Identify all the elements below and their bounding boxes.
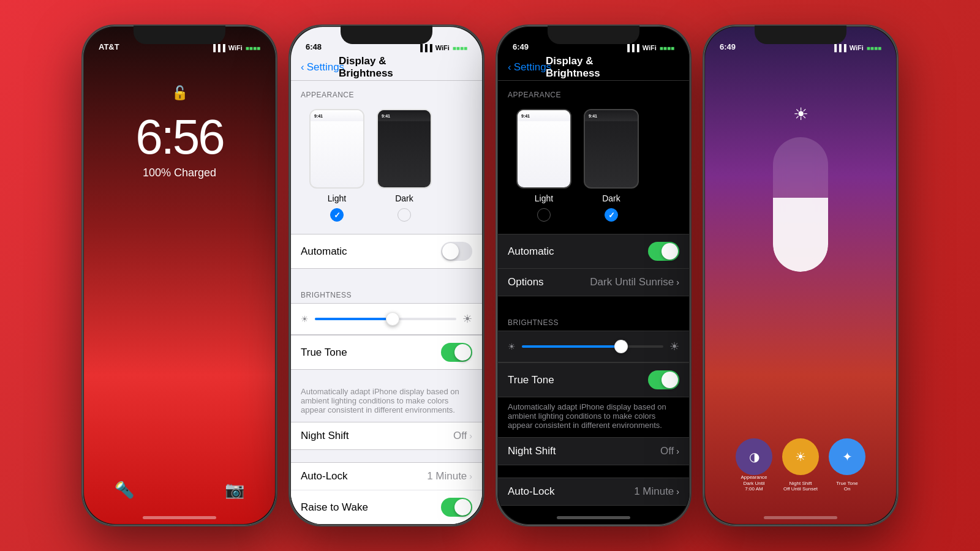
- thumb-status-light: 9:41: [311, 110, 363, 121]
- time-label-4: 6:49: [720, 42, 736, 51]
- raise-toggle-2[interactable]: [441, 498, 472, 517]
- slider-thumb-2[interactable]: [386, 312, 399, 326]
- nightshift-chevron-3: ›: [676, 446, 679, 456]
- autolock-value-2: 1 Minute ›: [427, 470, 472, 482]
- automatic-toggle-3[interactable]: [648, 242, 679, 261]
- sun-large-3: ☀: [669, 340, 679, 353]
- truetone-btn-wrap: ✦ True ToneOn: [829, 438, 865, 475]
- options-chevron-3: ›: [676, 277, 679, 287]
- nightshift-row-2[interactable]: Night Shift Off ›: [291, 422, 482, 449]
- slider-track-2: [315, 318, 456, 320]
- brightness-header-2: BRIGHTNESS: [291, 281, 482, 303]
- options-row-3[interactable]: Options Dark Until Sunrise ›: [498, 269, 689, 296]
- appearance-header-2: APPEARANCE: [291, 81, 482, 103]
- automatic-label-3: Automatic: [508, 246, 554, 258]
- brightness-row-3: ☀ ☀: [498, 331, 689, 362]
- signal-3: ▐▐▐: [625, 44, 639, 51]
- phone-3: 6:49 ▐▐▐ WiFi ■■■■ ‹ Settings Display & …: [496, 24, 692, 527]
- thumb-status-light3: 9:41: [518, 110, 570, 121]
- flashlight-icon: 🔦: [115, 481, 134, 500]
- dark-option-2[interactable]: 9:41 Dark: [377, 109, 432, 222]
- truetone-desc-3: Automatically adapt iPhone display based…: [498, 397, 689, 437]
- light-option-2[interactable]: 9:41 Light: [309, 109, 364, 222]
- nightshift-btn-wrap: ☀ Night ShiftOff Until Sunset: [782, 438, 819, 475]
- appearance-ctrl-btn[interactable]: ◑: [736, 438, 772, 475]
- slider-thumb-3[interactable]: [614, 340, 628, 353]
- phone-2: 6:48 ▐▐▐ WiFi ■■■■ ‹ Settings Display & …: [288, 24, 484, 527]
- lock-bottom-actions: 🔦 📷: [84, 481, 275, 500]
- nightshift-ctrl-btn[interactable]: ☀: [782, 438, 819, 475]
- battery-3: ■■■■: [660, 45, 674, 51]
- light-thumb-3: 9:41: [516, 109, 571, 189]
- autolock-row-3[interactable]: Auto-Lock 1 Minute ›: [498, 478, 689, 505]
- settings-nav-3: ‹ Settings Display & Brightness: [498, 54, 689, 81]
- nav-back-3[interactable]: ‹ Settings: [508, 61, 551, 73]
- nightshift-chevron-2: ›: [469, 431, 472, 441]
- dark-radio-2[interactable]: [398, 208, 411, 222]
- lock-time: 6:56: [84, 113, 275, 162]
- nav-title-2: Display & Brightness: [339, 55, 434, 80]
- truetone-ctrl-icon: ✦: [842, 449, 853, 464]
- truetone-toggle-2[interactable]: [441, 343, 472, 362]
- brightness-slider-2[interactable]: ☀ ☀: [301, 310, 472, 328]
- light-radio-3[interactable]: [537, 208, 551, 222]
- appearance-options-2: 9:41 Light 9:41: [291, 103, 482, 234]
- options-value-3: Dark Until Sunrise ›: [590, 276, 679, 288]
- light-option-3[interactable]: 9:41 Light: [516, 109, 571, 222]
- home-indicator-4: [764, 516, 837, 519]
- lock-time-display: 6:56 100% Charged: [84, 113, 275, 179]
- brightness-slider-3[interactable]: ☀ ☀: [508, 337, 679, 356]
- notch-4: [758, 27, 843, 44]
- phone-1: AT&T ▐▐▐ WiFi ■■■■ 🔓 6:56 100% Charged 🔦…: [81, 24, 277, 527]
- home-indicator-3: [557, 516, 630, 519]
- lock-status: 100% Charged: [84, 167, 275, 179]
- thumb-time-light: 9:41: [314, 114, 323, 118]
- nightshift-ctrl-label: Night ShiftOff Until Sunset: [783, 481, 818, 492]
- automatic-row-2[interactable]: Automatic: [291, 234, 482, 268]
- dark-radio-3[interactable]: [605, 208, 618, 222]
- wifi-icon: WiFi: [228, 44, 243, 51]
- truetone-label-3: True Tone: [508, 374, 554, 386]
- truetone-ctrl-label: True ToneOn: [836, 481, 858, 492]
- light-radio-2[interactable]: [330, 208, 344, 222]
- automatic-label-2: Automatic: [301, 246, 347, 258]
- autolock-chevron-3: ›: [676, 487, 679, 497]
- notch-3: [551, 27, 636, 44]
- truetone-ctrl-btn[interactable]: ✦: [829, 438, 865, 475]
- status-icons-2: ▐▐▐ WiFi ■■■■: [418, 44, 467, 51]
- sun-icon-4: ☀: [787, 100, 814, 127]
- autolock-row-2[interactable]: Auto-Lock 1 Minute ›: [291, 463, 482, 490]
- signal-4: ▐▐▐: [832, 44, 846, 51]
- nightshift-group-2: Night Shift Off ›: [291, 422, 482, 450]
- nav-back-2[interactable]: ‹ Settings: [301, 61, 344, 73]
- settings-nav-2: ‹ Settings Display & Brightness: [291, 54, 482, 81]
- lockscreen-bg: [84, 27, 275, 524]
- truetone-label-2: True Tone: [301, 347, 347, 359]
- time-label-3: 6:49: [513, 42, 529, 51]
- thumb-time-dark2: 9:41: [382, 114, 390, 118]
- slider-track-3: [522, 345, 663, 348]
- brightness-pill-4[interactable]: [773, 137, 828, 272]
- autolock-label-3: Auto-Lock: [508, 485, 555, 498]
- automatic-group-2: Automatic: [291, 234, 482, 269]
- sun-large-2: ☀: [462, 312, 472, 326]
- truetone-row-2[interactable]: True Tone: [291, 335, 482, 369]
- nightshift-row-3[interactable]: Night Shift Off ›: [498, 438, 689, 465]
- appearance-ctrl-label: AppearanceDark Until7:00 AM: [741, 474, 767, 492]
- nightshift-value-2: Off ›: [453, 430, 472, 442]
- slider-fill-2: [315, 318, 393, 320]
- wifi-4: WiFi: [850, 44, 864, 51]
- automatic-toggle-2[interactable]: [441, 242, 472, 261]
- thumb-time-dark3: 9:41: [589, 114, 597, 118]
- automatic-row-3[interactable]: Automatic: [498, 234, 689, 269]
- appearance-ctrl-icon: ◑: [749, 449, 760, 464]
- light-label-3: Light: [535, 193, 553, 203]
- dark-option-3[interactable]: 9:41 Dark: [584, 109, 639, 222]
- truetone-row-3[interactable]: True Tone: [498, 363, 689, 397]
- carrier-label: AT&T: [99, 42, 119, 51]
- settings-dark-screen: 6:49 ▐▐▐ WiFi ■■■■ ‹ Settings Display & …: [498, 27, 689, 524]
- truetone-toggle-3[interactable]: [648, 370, 679, 389]
- raise-label-2: Raise to Wake: [301, 501, 368, 514]
- truetone-group-2: True Tone: [291, 335, 482, 370]
- autolock-value-3: 1 Minute ›: [634, 485, 679, 498]
